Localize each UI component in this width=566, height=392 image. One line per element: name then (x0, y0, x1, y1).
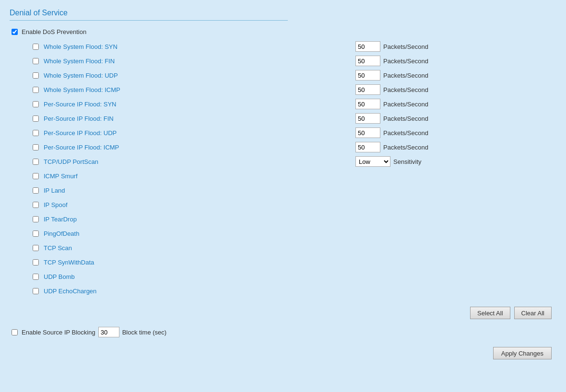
simple-label-udp-echodhargen: UDP EchoChargen (44, 288, 149, 295)
simple-checkbox-ip-land[interactable] (33, 187, 39, 194)
flood-label-per-src-syn: Per-Source IP Flood: SYN (44, 101, 149, 108)
source-blocking-checkbox[interactable] (12, 329, 18, 335)
flood-row-per-src-fin: Per-Source IP Flood: FINPackets/Second (33, 112, 556, 125)
select-clear-row: Select All Clear All (10, 307, 556, 319)
flood-unit-per-src-fin: Packets/Second (383, 115, 428, 122)
flood-label-per-src-udp: Per-Source IP Flood: UDP (44, 129, 149, 137)
simple-checkbox-udp-bomb[interactable] (33, 274, 39, 280)
title-divider (10, 20, 288, 21)
flood-label-per-src-fin: Per-Source IP Flood: FIN (44, 115, 149, 122)
select-all-button[interactable]: Select All (470, 307, 510, 319)
flood-checkbox-whole-sys-icmp[interactable] (33, 87, 39, 93)
flood-checkbox-whole-sys-syn[interactable] (33, 44, 39, 50)
simple-label-ip-teardrop: IP TearDrop (44, 216, 149, 223)
options-section: Whole System Flood: SYNPackets/SecondWho… (33, 40, 556, 297)
flood-row-whole-sys-fin: Whole System Flood: FINPackets/Second (33, 55, 556, 67)
flood-input-whole-sys-udp[interactable] (355, 70, 380, 81)
flood-unit-whole-sys-fin: Packets/Second (383, 58, 428, 65)
simple-row-icmp-smurf: ICMP Smurf (33, 170, 556, 182)
simple-checkbox-tcp-scan[interactable] (33, 245, 39, 251)
portscan-row: TCP/UDP PortScan LowMediumHigh Sensitivi… (33, 155, 556, 168)
simple-row-ip-land: IP Land (33, 184, 556, 196)
simple-label-ping-of-death: PingOfDeath (44, 230, 149, 237)
simple-checkbox-icmp-smurf[interactable] (33, 173, 39, 179)
flood-unit-per-src-syn: Packets/Second (383, 101, 428, 108)
simple-row-udp-bomb: UDP Bomb (33, 270, 556, 283)
portscan-checkbox[interactable] (33, 159, 39, 165)
simple-checkbox-udp-echodhargen[interactable] (33, 288, 39, 294)
flood-input-per-src-icmp[interactable] (355, 142, 380, 152)
simple-checkbox-ip-teardrop[interactable] (33, 216, 39, 222)
simple-label-udp-bomb: UDP Bomb (44, 273, 149, 280)
block-time-label: Block time (sec) (122, 329, 166, 336)
page-title: Denial of Service (10, 9, 556, 17)
flood-row-whole-sys-syn: Whole System Flood: SYNPackets/Second (33, 40, 556, 53)
simple-label-ip-spoof: IP Spoof (44, 201, 149, 208)
flood-unit-whole-sys-udp: Packets/Second (383, 72, 428, 79)
flood-label-whole-sys-icmp: Whole System Flood: ICMP (44, 86, 149, 93)
flood-rows: Whole System Flood: SYNPackets/SecondWho… (33, 40, 556, 153)
flood-input-whole-sys-syn[interactable] (355, 41, 380, 52)
simple-checkbox-ip-spoof[interactable] (33, 202, 39, 208)
flood-row-per-src-icmp: Per-Source IP Flood: ICMPPackets/Second (33, 141, 556, 153)
flood-label-whole-sys-udp: Whole System Flood: UDP (44, 72, 149, 79)
block-time-input[interactable] (98, 327, 119, 337)
simple-row-ip-teardrop: IP TearDrop (33, 213, 556, 225)
portscan-label: TCP/UDP PortScan (44, 158, 149, 165)
simple-checkbox-ping-of-death[interactable] (33, 231, 39, 237)
apply-row: Apply Changes (10, 347, 556, 359)
flood-checkbox-per-src-udp[interactable] (33, 130, 39, 136)
simple-row-ip-spoof: IP Spoof (33, 198, 556, 211)
apply-changes-button[interactable]: Apply Changes (493, 347, 552, 359)
flood-unit-per-src-udp: Packets/Second (383, 129, 428, 137)
simple-row-ping-of-death: PingOfDeath (33, 227, 556, 240)
enable-dos-label: Enable DoS Prevention (22, 28, 86, 35)
simple-row-udp-echodhargen: UDP EchoChargen (33, 285, 556, 297)
flood-unit-per-src-icmp: Packets/Second (383, 144, 428, 151)
flood-input-per-src-udp[interactable] (355, 127, 380, 138)
flood-row-whole-sys-icmp: Whole System Flood: ICMPPackets/Second (33, 83, 556, 96)
flood-checkbox-whole-sys-fin[interactable] (33, 58, 39, 64)
source-blocking-label: Enable Source IP Blocking (22, 329, 95, 336)
bottom-section: Select All Clear All Enable Source IP Bl… (10, 307, 556, 359)
simple-label-icmp-smurf: ICMP Smurf (44, 173, 149, 180)
simple-checkbox-tcp-synwithdata[interactable] (33, 259, 39, 265)
flood-label-per-src-icmp: Per-Source IP Flood: ICMP (44, 144, 149, 151)
sensitivity-select[interactable]: LowMediumHigh (355, 156, 390, 167)
flood-checkbox-per-src-icmp[interactable] (33, 144, 39, 150)
flood-row-per-src-syn: Per-Source IP Flood: SYNPackets/Second (33, 98, 556, 110)
flood-unit-whole-sys-syn: Packets/Second (383, 43, 428, 50)
source-blocking-row: Enable Source IP Blocking Block time (se… (12, 327, 556, 337)
flood-label-whole-sys-syn: Whole System Flood: SYN (44, 43, 149, 50)
sensitivity-label: Sensitivity (393, 158, 422, 165)
flood-input-whole-sys-fin[interactable] (355, 56, 380, 66)
simple-row-tcp-scan: TCP Scan (33, 242, 556, 254)
flood-row-per-src-udp: Per-Source IP Flood: UDPPackets/Second (33, 127, 556, 139)
flood-unit-whole-sys-icmp: Packets/Second (383, 86, 428, 93)
flood-input-per-src-fin[interactable] (355, 113, 380, 124)
flood-checkbox-per-src-syn[interactable] (33, 101, 39, 107)
flood-input-whole-sys-icmp[interactable] (355, 84, 380, 95)
simple-label-tcp-synwithdata: TCP SynWithData (44, 259, 149, 266)
flood-row-whole-sys-udp: Whole System Flood: UDPPackets/Second (33, 69, 556, 81)
enable-dos-row: Enable DoS Prevention (12, 28, 556, 35)
simple-label-ip-land: IP Land (44, 187, 149, 194)
clear-all-button[interactable]: Clear All (514, 307, 552, 319)
flood-checkbox-per-src-fin[interactable] (33, 115, 39, 122)
flood-input-per-src-syn[interactable] (355, 99, 380, 109)
simple-rows: ICMP SmurfIP LandIP SpoofIP TearDropPing… (33, 170, 556, 297)
enable-dos-checkbox[interactable] (12, 29, 18, 35)
flood-label-whole-sys-fin: Whole System Flood: FIN (44, 58, 149, 65)
simple-label-tcp-scan: TCP Scan (44, 244, 149, 252)
simple-row-tcp-synwithdata: TCP SynWithData (33, 256, 556, 268)
flood-checkbox-whole-sys-udp[interactable] (33, 72, 39, 79)
